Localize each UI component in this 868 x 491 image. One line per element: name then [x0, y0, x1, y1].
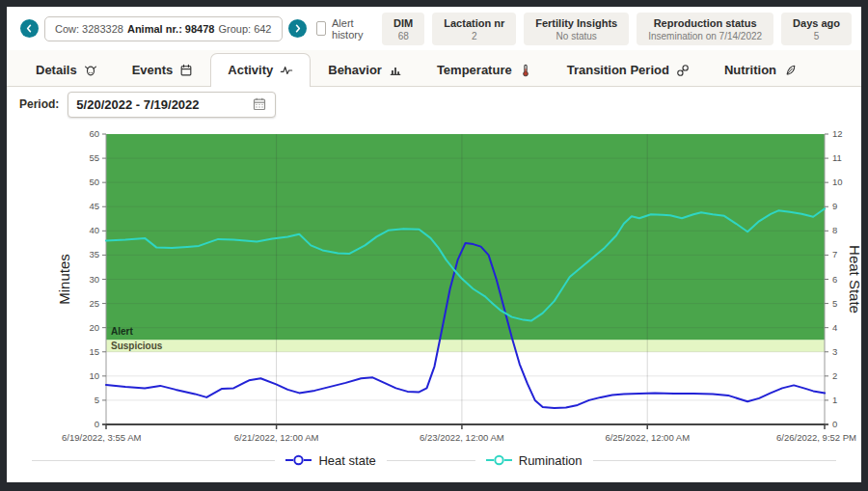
next-cow-button[interactable]	[288, 19, 307, 38]
svg-text:12: 12	[832, 128, 843, 139]
period-label: Period:	[19, 97, 59, 111]
chevron-left-icon	[24, 23, 35, 34]
rumination-marker-icon	[486, 454, 512, 466]
cow-selector-input[interactable]: Cow: 3283328 Animal nr.: 98478 Group: 64…	[44, 16, 283, 41]
cow-number: Cow: 3283328	[55, 23, 123, 35]
svg-text:5: 5	[95, 395, 99, 405]
svg-text:40: 40	[89, 225, 99, 235]
group-number: Group: 642	[218, 23, 271, 35]
animal-number: Animal nr.: 98478	[127, 23, 215, 35]
svg-text:55: 55	[89, 152, 99, 163]
alert-zone	[106, 134, 825, 340]
svg-text:30: 30	[89, 274, 99, 285]
calendar-icon	[179, 64, 193, 77]
svg-text:5: 5	[832, 298, 837, 309]
svg-text:15: 15	[89, 346, 99, 357]
info-box-reproduction-status: Reproduction status Insemination on 7/14…	[637, 13, 773, 45]
suspicious-zone	[106, 340, 825, 352]
svg-text:4: 4	[832, 322, 837, 333]
svg-text:20: 20	[89, 322, 99, 333]
alert-history-control: Alert history	[316, 17, 369, 41]
period-input[interactable]: 5/20/2022 - 7/19/2022	[68, 92, 276, 118]
svg-text:11: 11	[832, 152, 842, 163]
tab-nutrition[interactable]: Nutrition	[707, 53, 814, 87]
svg-text:25: 25	[89, 298, 99, 309]
feather-icon	[783, 64, 797, 77]
alert-zone-label: Alert	[111, 326, 133, 337]
chart-legend: Heat state Rumination	[7, 446, 861, 475]
svg-text:0: 0	[95, 419, 99, 429]
svg-text:6: 6	[832, 274, 837, 285]
tab-bar: Details Events Activity Behavior Tempera…	[7, 50, 861, 87]
cow-icon	[84, 64, 97, 77]
app-window: Cow: 3283328 Animal nr.: 98478 Group: 64…	[7, 7, 861, 482]
svg-text:8: 8	[832, 225, 837, 235]
info-box-dim: DIM 68	[382, 13, 424, 45]
svg-text:10: 10	[89, 370, 99, 381]
calendar-picker-icon[interactable]	[252, 96, 267, 112]
period-row: Period: 5/20/2022 - 7/19/2022	[7, 87, 861, 122]
cow-info-boxes: DIM 68 Lactation nr 2 Fertility Insights…	[382, 13, 852, 45]
tab-activity[interactable]: Activity	[210, 53, 311, 87]
legend-item-heat-state[interactable]: Heat state	[275, 453, 386, 468]
x-axis-label: 6/23/2022, 12:00 AM	[420, 432, 504, 443]
suspicious-zone-label: Suspicious	[111, 341, 163, 351]
x-axis-label: 6/25/2022, 12:00 AM	[605, 432, 690, 443]
activity-chart-svg: AlertSuspicious0510152025303540455055600…	[7, 122, 861, 446]
left-axis-title: Minutes	[56, 254, 72, 305]
alert-history-label: Alert history	[332, 17, 368, 41]
x-axis-label: 6/26/2022, 9:52 PM	[776, 432, 856, 443]
tab-details[interactable]: Details	[18, 53, 115, 87]
svg-text:3: 3	[832, 346, 837, 357]
svg-text:10: 10	[832, 177, 843, 187]
tab-behavior[interactable]: Behavior	[311, 53, 420, 87]
info-box-fertility-insights: Fertility Insights No status	[524, 13, 629, 45]
svg-text:35: 35	[89, 249, 99, 259]
tab-temperature[interactable]: Temperature	[420, 53, 550, 87]
activity-icon	[280, 64, 293, 77]
top-header: Cow: 3283328 Animal nr.: 98478 Group: 64…	[7, 7, 861, 50]
heat-state-marker-icon	[285, 454, 312, 466]
tab-transition-period[interactable]: Transition Period	[550, 53, 707, 87]
svg-text:60: 60	[89, 128, 99, 139]
info-box-days-ago: Days ago 5	[781, 13, 852, 45]
alert-history-checkbox[interactable]	[316, 21, 327, 36]
svg-text:2: 2	[832, 370, 837, 381]
activity-chart: AlertSuspicious0510152025303540455055600…	[7, 122, 861, 446]
thermometer-icon	[519, 64, 532, 77]
legend-item-rumination[interactable]: Rumination	[475, 453, 593, 468]
svg-text:45: 45	[89, 201, 99, 211]
svg-text:50: 50	[89, 177, 99, 187]
svg-text:7: 7	[832, 249, 837, 259]
svg-text:1: 1	[832, 395, 837, 405]
x-axis-label: 6/19/2022, 3:55 AM	[62, 432, 141, 443]
svg-text:9: 9	[832, 201, 837, 211]
chevron-right-icon	[292, 23, 303, 34]
period-value: 5/20/2022 - 7/19/2022	[76, 97, 199, 112]
legend-divider-line	[32, 460, 836, 461]
x-axis-label: 6/21/2022, 12:00 AM	[234, 432, 319, 443]
bar-chart-icon	[389, 64, 402, 77]
previous-cow-button[interactable]	[20, 19, 39, 38]
right-axis-title: Heat State	[847, 245, 861, 314]
link-icon	[676, 64, 690, 77]
svg-text:0: 0	[832, 419, 837, 429]
info-box-lactation: Lactation nr 2	[432, 13, 516, 45]
tab-events[interactable]: Events	[115, 53, 211, 87]
